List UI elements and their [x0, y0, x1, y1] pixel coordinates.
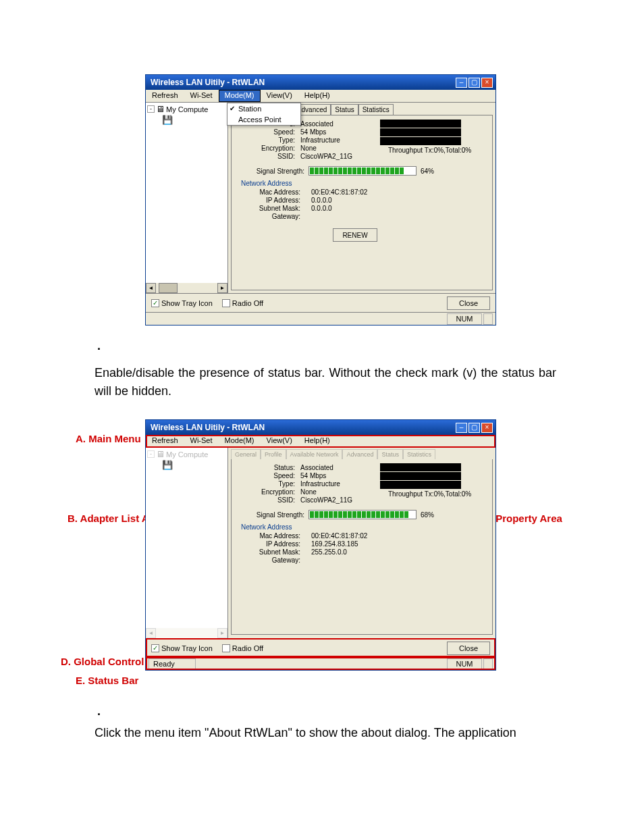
signal-strength-label: Signal Strength: — [238, 167, 304, 175]
menu-view[interactable]: View(V) — [261, 435, 298, 447]
close-button[interactable]: Close — [447, 642, 490, 655]
tree-adapter-row[interactable]: 💾 — [162, 115, 226, 125]
redacted-box — [380, 128, 461, 136]
encryption-value: None — [300, 145, 375, 152]
minimize-icon[interactable]: – — [456, 78, 467, 88]
tree-root-row[interactable]: - 🖥 My Compute — [147, 449, 226, 459]
titlebar[interactable]: Wireless LAN Uitily - RtWLAN – ▢ × — [146, 75, 495, 90]
mask-label: Subnet Mask: — [238, 548, 300, 556]
menu-mode[interactable]: Mode(M) — [219, 90, 261, 102]
mode-station-item[interactable]: Station — [227, 103, 300, 114]
scroll-left-icon[interactable]: ◄ — [146, 283, 156, 293]
mac-label: Mac Address: — [238, 188, 300, 196]
bullet: . — [97, 704, 556, 719]
mask-value: 0.0.0.0 — [311, 205, 332, 212]
status-ready: Ready — [149, 658, 196, 670]
menu-help[interactable]: Help(H) — [298, 435, 336, 447]
status-value: Associated — [300, 464, 375, 471]
status-label: Status: — [238, 464, 295, 471]
tab-available-network[interactable]: Available Network — [286, 449, 343, 459]
resize-grip-icon[interactable] — [483, 313, 493, 325]
collapse-icon[interactable]: - — [147, 105, 155, 113]
redacted-box — [380, 472, 461, 480]
resize-grip-icon[interactable] — [483, 658, 493, 670]
tab-statistics[interactable]: Statistics — [358, 104, 394, 115]
global-control-bar: Show Tray Icon Radio Off Close — [146, 293, 495, 312]
menu-refresh[interactable]: Refresh — [146, 90, 184, 102]
mode-access-point-item[interactable]: Access Point — [227, 114, 300, 125]
computer-icon: 🖥 — [156, 104, 165, 114]
network-address-group: Network Address — [241, 180, 485, 187]
tree-adapter-row[interactable]: 💾 — [162, 460, 226, 470]
type-label: Type: — [238, 480, 295, 488]
menu-mode[interactable]: Mode(M) — [219, 435, 261, 447]
scroll-right-icon[interactable]: ► — [217, 283, 227, 293]
mode-dropdown: Station Access Point — [227, 103, 301, 126]
maximize-icon[interactable]: ▢ — [468, 423, 480, 433]
menu-wiset[interactable]: Wi-Set — [184, 90, 219, 102]
tab-content: s:Associated Speed:54 Mbps Type:Infrastr… — [231, 115, 493, 290]
bullet: . — [97, 339, 556, 353]
network-card-icon: 💾 — [162, 460, 173, 470]
adapter-tree-panel: - 🖥 My Compute 💾 ◄ ► — [146, 448, 228, 638]
network-address-group: Network Address — [241, 523, 485, 531]
signal-strength-bar — [308, 166, 417, 176]
ip-label: IP Address: — [238, 540, 300, 548]
throughput-label: Throughput Tx:0%,Total:0% — [388, 147, 485, 154]
status-bar: Ready NUM — [146, 657, 495, 670]
status-value: Associated — [300, 120, 375, 128]
speed-label: Speed: — [238, 128, 295, 136]
redacted-box — [380, 463, 461, 471]
tab-profile[interactable]: Profile — [261, 449, 286, 459]
show-tray-label: Show Tray Icon — [161, 299, 213, 307]
app-window-1: Wireless LAN Uitily - RtWLAN – ▢ × Refre… — [145, 74, 496, 325]
radio-off-checkbox[interactable] — [222, 644, 230, 652]
scroll-right-icon[interactable]: ► — [217, 628, 227, 638]
menu-help[interactable]: Help(H) — [298, 90, 336, 102]
ssid-value: CiscoWPA2_11G — [300, 153, 375, 160]
tab-status[interactable]: Status — [377, 449, 403, 459]
window-title: Wireless LAN Uitily - RtWLAN — [149, 78, 454, 87]
scroll-thumb[interactable] — [159, 283, 178, 293]
property-panel: General Profile Available Network Advanc… — [228, 448, 495, 638]
close-icon[interactable]: × — [481, 423, 493, 433]
gateway-label: Gateway: — [238, 213, 300, 220]
encryption-label: Encryption: — [238, 488, 295, 496]
redacted-box — [380, 120, 461, 128]
collapse-icon[interactable]: - — [147, 450, 155, 458]
tab-content: Status:Associated Speed:54 Mbps Type:Inf… — [231, 459, 493, 635]
horizontal-scrollbar[interactable]: ◄ ► — [146, 283, 227, 293]
type-label: Type: — [238, 136, 295, 144]
tab-statistics[interactable]: Statistics — [403, 449, 435, 459]
ssid-label: SSID: — [238, 496, 295, 504]
tab-advanced[interactable]: Advanced — [342, 449, 377, 459]
tree-root-label: My Compute — [166, 105, 208, 113]
body-area: - 🖥 My Compute 💾 ◄ ► Station Acces — [146, 103, 495, 293]
tree-root-row[interactable]: - 🖥 My Compute — [147, 104, 226, 114]
minimize-icon[interactable]: – — [456, 423, 467, 433]
ip-value: 0.0.0.0 — [311, 197, 332, 204]
close-button[interactable]: Close — [447, 296, 490, 310]
radio-off-checkbox[interactable] — [222, 299, 230, 307]
maximize-icon[interactable]: ▢ — [468, 78, 480, 88]
show-tray-checkbox[interactable] — [151, 299, 159, 307]
renew-button[interactable]: RENEW — [333, 228, 377, 242]
menu-refresh[interactable]: Refresh — [146, 435, 184, 447]
show-tray-checkbox[interactable] — [151, 644, 159, 652]
close-icon[interactable]: × — [481, 78, 493, 88]
titlebar[interactable]: Wireless LAN Uitily - RtWLAN – ▢ × — [146, 420, 495, 435]
scroll-left-icon[interactable]: ◄ — [146, 628, 156, 638]
encryption-value: None — [300, 488, 375, 496]
tab-status[interactable]: Status — [331, 104, 358, 115]
network-card-icon: 💾 — [162, 115, 173, 125]
menubar: Refresh Wi-Set Mode(M) View(V) Help(H) — [146, 90, 495, 103]
menu-wiset[interactable]: Wi-Set — [184, 435, 219, 447]
menu-view[interactable]: View(V) — [261, 90, 298, 102]
tab-general[interactable]: General — [231, 449, 261, 459]
radio-off-label: Radio Off — [232, 644, 263, 652]
ip-value: 169.254.83.185 — [311, 540, 358, 548]
annotation-e-label: E. Status Bar — [76, 675, 138, 686]
horizontal-scrollbar[interactable]: ◄ ► — [146, 628, 227, 638]
num-indicator: NUM — [447, 313, 482, 325]
redacted-box — [380, 481, 461, 489]
